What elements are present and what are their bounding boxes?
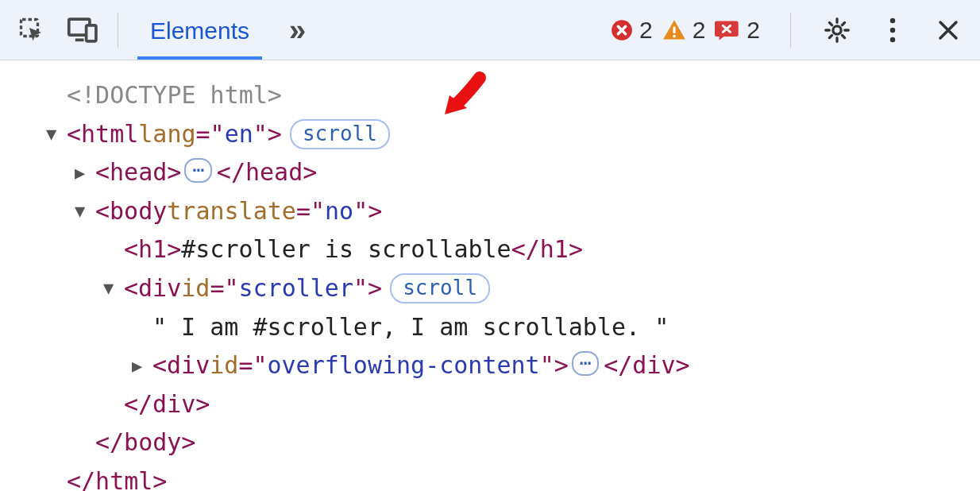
toolbar-divider [790,13,791,48]
ellipsis-badge[interactable]: ⋯ [572,351,599,375]
arrow-annotation-icon [434,68,489,136]
svg-point-10 [890,37,895,41]
svg-point-6 [673,34,676,37]
issues-icon [715,19,740,41]
warnings-count[interactable]: 2 [662,17,706,44]
dom-line-html-close[interactable]: </html> [24,462,980,491]
dom-line-text-node[interactable]: " I am #scroller, I am scrollable. " [24,308,980,347]
elements-tree: <!DOCTYPE html> ▼ <html lang="en"> scrol… [0,60,980,491]
warnings-count-value: 2 [693,17,706,44]
expand-toggle-icon[interactable]: ▼ [75,197,95,226]
svg-point-8 [890,17,895,22]
warning-icon [662,19,686,41]
dom-line-html-open[interactable]: ▼ <html lang="en"> scroll [24,115,980,154]
dom-line-h1[interactable]: <h1>#scroller is scrollable</h1> [24,230,980,269]
svg-rect-5 [673,26,675,33]
ellipsis-badge[interactable]: ⋯ [184,158,211,182]
inspect-element-icon[interactable] [16,14,48,46]
scroll-badge[interactable]: scroll [290,119,390,149]
errors-count-value: 2 [639,17,653,44]
dom-line-body-open[interactable]: ▼ <body translate="no"> [24,192,980,231]
errors-count[interactable]: 2 [611,17,653,44]
close-icon[interactable] [932,14,964,46]
toolbar-right [810,14,964,46]
issues-count[interactable]: 2 [715,17,760,44]
doctype-text: <!DOCTYPE html> [67,76,282,115]
toolbar-left: Elements » [16,2,314,58]
dom-line-div-overflowing[interactable]: ▶ <div id="overflowing-content"> ⋯ </div… [24,346,980,385]
dom-line-div-scroller-open[interactable]: ▼ <div id="scroller"> scroll [24,269,980,308]
expand-toggle-icon[interactable]: ▼ [103,274,124,303]
dom-line-body-close[interactable]: </body> [24,423,980,462]
issues-count-value: 2 [747,17,760,44]
settings-icon[interactable] [821,14,853,46]
kebab-menu-icon[interactable] [877,14,909,46]
status-counts: 2 2 2 [611,17,760,44]
svg-point-9 [890,27,895,32]
error-icon [611,19,633,41]
expand-toggle-icon[interactable]: ▶ [75,159,95,188]
devtools-toolbar: Elements » 2 2 [0,0,980,60]
device-toggle-icon[interactable] [67,14,98,46]
dom-line-doctype[interactable]: <!DOCTYPE html> [24,76,980,115]
dom-line-div-scroller-close[interactable]: </div> [24,385,980,424]
tab-elements[interactable]: Elements [137,2,262,58]
svg-rect-3 [87,25,96,41]
more-tabs-button[interactable]: » [281,15,314,45]
toolbar-divider [118,13,118,48]
expand-toggle-icon[interactable]: ▼ [46,120,67,149]
scroll-badge[interactable]: scroll [390,273,490,303]
svg-point-7 [833,25,841,33]
dom-line-head[interactable]: ▶ <head> ⋯ </head> [24,153,980,192]
expand-toggle-icon[interactable]: ▶ [132,352,152,381]
